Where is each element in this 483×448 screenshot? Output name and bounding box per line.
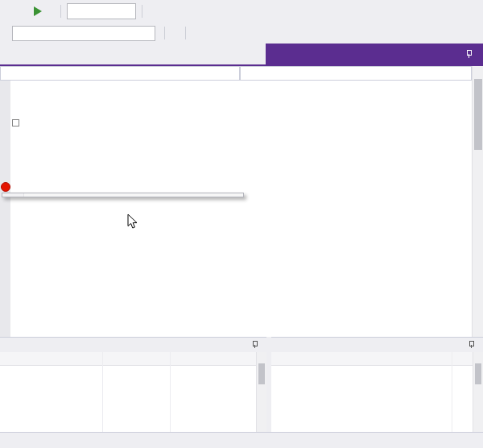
callstack-rows: [271, 366, 473, 432]
scrollbar-thumb[interactable]: [474, 79, 482, 150]
debug-target-select[interactable]: [67, 3, 136, 19]
toolbar-separator: [142, 5, 142, 18]
menu-icon-gutter: [2, 193, 24, 197]
play-icon: [34, 6, 42, 16]
vs-debugger-window: [0, 0, 483, 448]
process-select[interactable]: [12, 26, 155, 41]
locals-scrollbar[interactable]: [256, 352, 266, 432]
editor-vertical-scrollbar[interactable]: [472, 66, 483, 337]
breakpoint-context-menu: [2, 193, 244, 197]
scrollbar-thumb[interactable]: [475, 363, 481, 384]
toolbar-separator: [185, 27, 186, 39]
tool-window-tab-strip: [0, 432, 483, 448]
debug-location-toolbar: [0, 23, 483, 44]
toolbar-separator: [60, 5, 61, 18]
callstack-scrollbar[interactable]: [473, 352, 483, 432]
document-tab-strip: [0, 44, 483, 66]
callstack-columns-header[interactable]: [271, 352, 473, 366]
toolbar-separator: [164, 27, 165, 39]
pin-icon[interactable]: [465, 50, 472, 59]
scrollbar-thumb[interactable]: [258, 363, 265, 384]
locals-title-bar: [0, 338, 266, 352]
member-dropdown[interactable]: [240, 66, 472, 81]
callstack-panel: [271, 337, 483, 432]
code-editor[interactable]: [0, 81, 472, 337]
fold-collapse-icon[interactable]: [12, 119, 19, 127]
locals-rows: [0, 366, 256, 432]
continue-button[interactable]: [28, 2, 56, 20]
pin-icon[interactable]: [251, 341, 258, 349]
breakpoint-margin[interactable]: [0, 81, 10, 337]
breakpoint-icon[interactable]: [1, 182, 10, 192]
main-toolbar: [0, 0, 483, 23]
locals-panel: [0, 337, 266, 432]
callstack-title-bar: [271, 338, 483, 352]
document-tab[interactable]: [266, 44, 483, 64]
type-dropdown[interactable]: [0, 66, 240, 81]
pin-icon[interactable]: [468, 341, 474, 349]
locals-columns-header[interactable]: [0, 352, 256, 366]
mouse-cursor: [127, 214, 138, 230]
